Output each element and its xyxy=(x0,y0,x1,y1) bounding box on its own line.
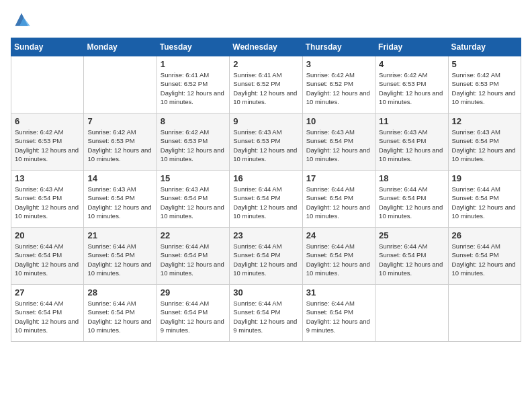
page-header xyxy=(11,11,521,30)
column-header-monday: Monday xyxy=(84,38,157,56)
day-number: 7 xyxy=(87,116,152,126)
day-info: Sunrise: 6:43 AM Sunset: 6:54 PM Dayligh… xyxy=(161,185,226,220)
logo xyxy=(11,11,35,30)
day-info: Sunrise: 6:44 AM Sunset: 6:54 PM Dayligh… xyxy=(379,185,444,220)
calendar-cell: 6Sunrise: 6:42 AM Sunset: 6:53 PM Daylig… xyxy=(11,113,84,171)
day-info: Sunrise: 6:43 AM Sunset: 6:54 PM Dayligh… xyxy=(306,128,371,163)
day-info: Sunrise: 6:44 AM Sunset: 6:54 PM Dayligh… xyxy=(379,242,444,277)
calendar-cell: 8Sunrise: 6:42 AM Sunset: 6:53 PM Daylig… xyxy=(157,113,229,171)
day-number: 9 xyxy=(233,116,298,126)
day-number: 17 xyxy=(306,173,371,183)
column-header-friday: Friday xyxy=(375,38,448,56)
day-number: 12 xyxy=(452,116,517,126)
day-info: Sunrise: 6:44 AM Sunset: 6:54 PM Dayligh… xyxy=(306,242,371,277)
calendar-cell: 9Sunrise: 6:43 AM Sunset: 6:53 PM Daylig… xyxy=(230,113,302,171)
day-info: Sunrise: 6:44 AM Sunset: 6:54 PM Dayligh… xyxy=(233,242,298,277)
day-number: 3 xyxy=(306,59,371,69)
calendar-cell: 11Sunrise: 6:43 AM Sunset: 6:54 PM Dayli… xyxy=(375,113,448,171)
calendar-cell: 25Sunrise: 6:44 AM Sunset: 6:54 PM Dayli… xyxy=(375,228,448,285)
day-number: 20 xyxy=(15,230,80,240)
day-number: 22 xyxy=(161,230,226,240)
calendar-cell: 7Sunrise: 6:42 AM Sunset: 6:53 PM Daylig… xyxy=(84,113,157,171)
column-header-tuesday: Tuesday xyxy=(157,38,229,56)
column-header-sunday: Sunday xyxy=(11,38,84,56)
calendar-table: SundayMondayTuesdayWednesdayThursdayFrid… xyxy=(11,38,521,342)
day-number: 5 xyxy=(452,59,517,69)
day-info: Sunrise: 6:44 AM Sunset: 6:54 PM Dayligh… xyxy=(87,299,152,334)
calendar-cell: 28Sunrise: 6:44 AM Sunset: 6:54 PM Dayli… xyxy=(84,285,157,342)
day-number: 16 xyxy=(233,173,298,183)
calendar-cell: 3Sunrise: 6:42 AM Sunset: 6:52 PM Daylig… xyxy=(302,56,375,113)
calendar-cell: 18Sunrise: 6:44 AM Sunset: 6:54 PM Dayli… xyxy=(375,171,448,228)
day-info: Sunrise: 6:43 AM Sunset: 6:54 PM Dayligh… xyxy=(15,185,80,220)
calendar-cell xyxy=(84,56,157,113)
day-info: Sunrise: 6:42 AM Sunset: 6:53 PM Dayligh… xyxy=(161,128,226,163)
calendar-cell: 10Sunrise: 6:43 AM Sunset: 6:54 PM Dayli… xyxy=(302,113,375,171)
day-info: Sunrise: 6:44 AM Sunset: 6:54 PM Dayligh… xyxy=(161,299,226,334)
calendar-cell: 26Sunrise: 6:44 AM Sunset: 6:54 PM Dayli… xyxy=(448,228,521,285)
day-info: Sunrise: 6:44 AM Sunset: 6:54 PM Dayligh… xyxy=(15,299,80,334)
day-number: 27 xyxy=(15,287,80,298)
day-number: 10 xyxy=(306,116,371,126)
day-number: 19 xyxy=(452,173,517,183)
day-info: Sunrise: 6:44 AM Sunset: 6:54 PM Dayligh… xyxy=(233,299,298,334)
calendar-week-row: 13Sunrise: 6:43 AM Sunset: 6:54 PM Dayli… xyxy=(11,171,521,228)
day-number: 4 xyxy=(379,59,444,69)
day-number: 6 xyxy=(15,116,80,126)
day-info: Sunrise: 6:42 AM Sunset: 6:53 PM Dayligh… xyxy=(15,128,80,163)
calendar-cell: 5Sunrise: 6:42 AM Sunset: 6:53 PM Daylig… xyxy=(448,56,521,113)
calendar-week-row: 27Sunrise: 6:44 AM Sunset: 6:54 PM Dayli… xyxy=(11,285,521,342)
calendar-cell: 12Sunrise: 6:43 AM Sunset: 6:54 PM Dayli… xyxy=(448,113,521,171)
day-info: Sunrise: 6:44 AM Sunset: 6:54 PM Dayligh… xyxy=(452,242,517,277)
calendar-cell: 4Sunrise: 6:42 AM Sunset: 6:53 PM Daylig… xyxy=(375,56,448,113)
column-header-thursday: Thursday xyxy=(302,38,375,56)
column-header-wednesday: Wednesday xyxy=(230,38,302,56)
day-info: Sunrise: 6:44 AM Sunset: 6:54 PM Dayligh… xyxy=(161,242,226,277)
calendar-cell: 1Sunrise: 6:41 AM Sunset: 6:52 PM Daylig… xyxy=(157,56,229,113)
day-number: 14 xyxy=(87,173,152,183)
day-info: Sunrise: 6:44 AM Sunset: 6:54 PM Dayligh… xyxy=(233,185,298,220)
logo-icon xyxy=(11,11,32,30)
calendar-cell xyxy=(375,285,448,342)
calendar-cell: 22Sunrise: 6:44 AM Sunset: 6:54 PM Dayli… xyxy=(157,228,229,285)
day-info: Sunrise: 6:42 AM Sunset: 6:52 PM Dayligh… xyxy=(306,71,371,106)
calendar-week-row: 6Sunrise: 6:42 AM Sunset: 6:53 PM Daylig… xyxy=(11,113,521,171)
day-info: Sunrise: 6:43 AM Sunset: 6:54 PM Dayligh… xyxy=(87,185,152,220)
day-info: Sunrise: 6:43 AM Sunset: 6:54 PM Dayligh… xyxy=(452,128,517,163)
calendar-cell: 13Sunrise: 6:43 AM Sunset: 6:54 PM Dayli… xyxy=(11,171,84,228)
day-info: Sunrise: 6:42 AM Sunset: 6:53 PM Dayligh… xyxy=(87,128,152,163)
day-number: 25 xyxy=(379,230,444,240)
day-info: Sunrise: 6:41 AM Sunset: 6:52 PM Dayligh… xyxy=(233,71,298,106)
day-number: 26 xyxy=(452,230,517,240)
calendar-cell xyxy=(448,285,521,342)
calendar-cell: 19Sunrise: 6:44 AM Sunset: 6:54 PM Dayli… xyxy=(448,171,521,228)
calendar-cell: 24Sunrise: 6:44 AM Sunset: 6:54 PM Dayli… xyxy=(302,228,375,285)
day-info: Sunrise: 6:42 AM Sunset: 6:53 PM Dayligh… xyxy=(379,71,444,106)
column-header-saturday: Saturday xyxy=(448,38,521,56)
day-number: 30 xyxy=(233,287,298,298)
day-number: 1 xyxy=(161,59,226,69)
day-number: 23 xyxy=(233,230,298,240)
calendar-cell: 29Sunrise: 6:44 AM Sunset: 6:54 PM Dayli… xyxy=(157,285,229,342)
calendar-week-row: 20Sunrise: 6:44 AM Sunset: 6:54 PM Dayli… xyxy=(11,228,521,285)
calendar-cell: 14Sunrise: 6:43 AM Sunset: 6:54 PM Dayli… xyxy=(84,171,157,228)
calendar-week-row: 1Sunrise: 6:41 AM Sunset: 6:52 PM Daylig… xyxy=(11,56,521,113)
day-number: 15 xyxy=(161,173,226,183)
day-number: 18 xyxy=(379,173,444,183)
day-number: 11 xyxy=(379,116,444,126)
day-info: Sunrise: 6:41 AM Sunset: 6:52 PM Dayligh… xyxy=(161,71,226,106)
calendar-cell: 23Sunrise: 6:44 AM Sunset: 6:54 PM Dayli… xyxy=(230,228,302,285)
calendar-cell: 2Sunrise: 6:41 AM Sunset: 6:52 PM Daylig… xyxy=(230,56,302,113)
day-info: Sunrise: 6:44 AM Sunset: 6:54 PM Dayligh… xyxy=(15,242,80,277)
day-number: 21 xyxy=(87,230,152,240)
calendar-cell: 30Sunrise: 6:44 AM Sunset: 6:54 PM Dayli… xyxy=(230,285,302,342)
calendar-cell: 31Sunrise: 6:44 AM Sunset: 6:54 PM Dayli… xyxy=(302,285,375,342)
day-info: Sunrise: 6:43 AM Sunset: 6:53 PM Dayligh… xyxy=(233,128,298,163)
calendar-cell: 15Sunrise: 6:43 AM Sunset: 6:54 PM Dayli… xyxy=(157,171,229,228)
calendar-header-row: SundayMondayTuesdayWednesdayThursdayFrid… xyxy=(11,38,521,56)
calendar-cell: 16Sunrise: 6:44 AM Sunset: 6:54 PM Dayli… xyxy=(230,171,302,228)
day-info: Sunrise: 6:44 AM Sunset: 6:54 PM Dayligh… xyxy=(452,185,517,220)
calendar-cell: 21Sunrise: 6:44 AM Sunset: 6:54 PM Dayli… xyxy=(84,228,157,285)
day-number: 8 xyxy=(161,116,226,126)
calendar-cell: 27Sunrise: 6:44 AM Sunset: 6:54 PM Dayli… xyxy=(11,285,84,342)
